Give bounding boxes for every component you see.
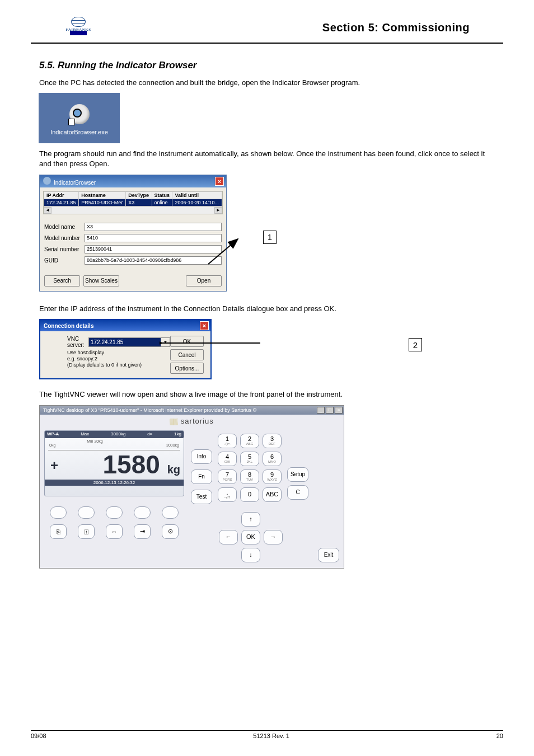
- callout-1: 1: [263, 231, 277, 244]
- ib-open-button[interactable]: Open: [186, 275, 222, 287]
- indicatorbrowser-window: IndicatorBrowser × IP Addr Hostname DevT…: [39, 175, 227, 292]
- clear-button[interactable]: C: [287, 485, 308, 500]
- ib-hscroll[interactable]: ◄►: [44, 206, 222, 214]
- magnifier-shortcut-icon: ↗: [69, 104, 90, 124]
- nav-down[interactable]: ↓: [241, 548, 260, 562]
- ib-row-selected[interactable]: 172.24.21.85 PR5410-UDO-Mer X3 online 20…: [44, 199, 222, 206]
- ib-app-icon: [43, 177, 51, 185]
- footer-date: 09/08: [31, 732, 46, 739]
- softkey-3[interactable]: [106, 506, 123, 519]
- func-key-1[interactable]: ⎘: [50, 524, 67, 539]
- nav-up[interactable]: ↑: [241, 512, 260, 527]
- keypad-6[interactable]: 6MNO: [263, 452, 282, 466]
- nav-cluster: ↑ ← OK → ↓: [219, 512, 283, 562]
- softkey-2[interactable]: [78, 506, 95, 519]
- func-key-3[interactable]: ↔: [106, 524, 123, 539]
- footer-page: 20: [496, 732, 503, 739]
- cell-valid: 2006-10-20 14:10...: [172, 199, 222, 206]
- vnc-close-button[interactable]: ×: [335, 407, 343, 414]
- test-button[interactable]: Test: [191, 490, 212, 504]
- info-button[interactable]: Info: [191, 449, 212, 464]
- keypad-3[interactable]: 3DEF: [263, 434, 282, 448]
- footer-pub: 51213 Rev. 1: [253, 732, 289, 739]
- keypad-2[interactable]: 2ABC: [240, 434, 259, 448]
- keypad-4[interactable]: 4GHI: [218, 452, 237, 466]
- cell-dev: X3: [126, 199, 152, 206]
- keypad-9[interactable]: 9WXYZ: [263, 469, 282, 484]
- cd-help2: e.g. snoopy:2: [67, 356, 170, 362]
- numeric-keypad: 1.-()=-2ABC3DEF4GHI5JKL6MNO7PQRS8TUV9WXY…: [218, 434, 282, 502]
- ib-search-button[interactable]: Search: [44, 275, 80, 287]
- lbl-modelname: Model name: [44, 224, 85, 230]
- cd-help3: (Display defaults to 0 if not given): [67, 362, 170, 368]
- keypad-0[interactable]: 0: [240, 487, 259, 502]
- vnc-title-text: TightVNC desktop of X3 "PR5410-udomer" -…: [43, 407, 256, 413]
- inp-modelnumber[interactable]: [85, 234, 222, 242]
- vnc-min-button[interactable]: _: [317, 407, 325, 414]
- inp-guid[interactable]: [85, 256, 222, 265]
- ip-annotation-arrow: [160, 335, 271, 351]
- setup-button[interactable]: Setup: [287, 467, 308, 482]
- cd-close-button[interactable]: ×: [200, 321, 209, 330]
- step3-paragraph: The TightVNC viewer will now open and sh…: [39, 389, 495, 400]
- keypad-1[interactable]: 1.-()=-: [218, 434, 237, 448]
- keypad-7[interactable]: 7PQRS: [218, 469, 237, 484]
- inp-modelname[interactable]: [85, 223, 222, 231]
- ib-title-text: IndicatorBrowser: [54, 180, 96, 186]
- section-5-5-heading: 5.5. Running the Indicator Browser: [39, 59, 495, 72]
- function-key-row: ⎘ ⍐ ↔ ⇥ ⊙: [44, 524, 184, 539]
- keypad-.[interactable]: .-+!?: [218, 487, 237, 502]
- cell-status: online: [152, 199, 172, 206]
- sartorius-brand-text: sartorius: [181, 417, 214, 425]
- vnc-max-button[interactable]: □: [326, 407, 334, 414]
- ib-close-button[interactable]: ×: [215, 177, 224, 186]
- col-ip[interactable]: IP Addr: [44, 191, 79, 199]
- plus-icon: +: [50, 458, 58, 473]
- scale-min: 0kg: [49, 443, 55, 447]
- nav-left[interactable]: ←: [219, 530, 238, 544]
- cd-options-button[interactable]: Options...: [170, 363, 204, 374]
- keypad-5[interactable]: 5JKL: [240, 452, 259, 466]
- ib-titlebar: IndicatorBrowser ×: [40, 175, 226, 187]
- func-key-4[interactable]: ⇥: [134, 524, 151, 539]
- col-devtype[interactable]: DevType: [126, 191, 152, 199]
- softkey-row: [44, 506, 184, 519]
- step2-paragraph: Enter the IP address of the instrument i…: [39, 304, 495, 314]
- display-datetime: 2006-12-13 12:26:32: [45, 480, 184, 486]
- func-key-5[interactable]: ⊙: [162, 524, 179, 539]
- ib-showscales-button[interactable]: Show Scales: [83, 275, 119, 287]
- fn-button[interactable]: Fn: [191, 469, 212, 484]
- col-status[interactable]: Status: [152, 191, 172, 199]
- svg-line-1: [208, 239, 238, 264]
- keypad-8[interactable]: 8TUV: [240, 469, 259, 484]
- weight-unit: kg: [167, 463, 180, 476]
- col-valid[interactable]: Valid until: [172, 191, 222, 199]
- nav-ok[interactable]: OK: [241, 530, 260, 544]
- inp-serial[interactable]: [85, 245, 222, 253]
- scale-max: 3000kg: [166, 443, 179, 447]
- sartorius-brandbar: ▒▒ sartorius: [40, 415, 344, 428]
- keypad-ABC[interactable]: ABC: [263, 487, 282, 502]
- softkey-1[interactable]: [50, 506, 67, 519]
- cell-ip: 172.24.21.85: [44, 199, 79, 206]
- cd-server-input[interactable]: [88, 337, 161, 347]
- cell-host: PR5410-UDO-Mer: [79, 199, 126, 206]
- nav-right[interactable]: →: [264, 530, 283, 544]
- softkey-5[interactable]: [162, 506, 179, 519]
- sartorius-logo-icon: ▒▒: [170, 418, 177, 425]
- weight-display: WP-A Max 3000kg d= 1kg Min 20kg 0k: [44, 430, 184, 496]
- vnc-titlebar: TightVNC desktop of X3 "PR5410-udomer" -…: [40, 406, 344, 415]
- weight-value: 1580: [103, 450, 160, 479]
- func-key-2[interactable]: ⍐: [78, 524, 95, 539]
- fairbanks-logo: FAIRBANKS: [64, 17, 92, 38]
- ib-result-grid[interactable]: IP Addr Hostname DevType Status Valid un…: [43, 191, 223, 214]
- indicatorbrowser-shortcut[interactable]: ↗ IndicatorBrowser.exe: [39, 93, 120, 143]
- col-host[interactable]: Hostname: [79, 191, 126, 199]
- section-title: Section 5: Commissioning: [322, 21, 470, 34]
- softkey-4[interactable]: [134, 506, 151, 519]
- cd-titlebar: Connection details ×: [40, 320, 210, 331]
- open-annotation-arrow: [207, 231, 252, 270]
- cd-help1: Use host:display: [67, 350, 170, 356]
- exit-button[interactable]: Exit: [318, 548, 339, 562]
- lbl-serial: Serial number: [44, 246, 85, 252]
